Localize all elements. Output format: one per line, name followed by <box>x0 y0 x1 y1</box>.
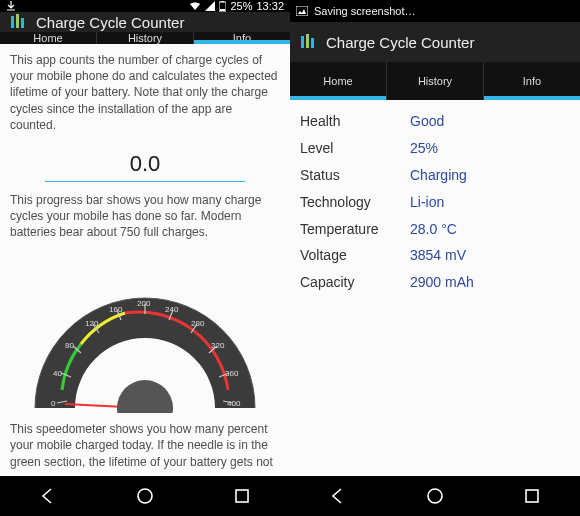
svg-point-30 <box>117 380 173 413</box>
battery-info-table: HealthGood Level25% StatusCharging Techn… <box>300 108 570 296</box>
svg-rect-6 <box>21 18 24 28</box>
tab-home[interactable]: Home <box>0 32 97 44</box>
tab-bar: Home History Info <box>290 62 580 100</box>
svg-rect-35 <box>311 38 314 48</box>
row-level: Level25% <box>300 135 570 162</box>
svg-rect-2 <box>220 9 225 11</box>
svg-rect-31 <box>296 6 308 16</box>
svg-rect-5 <box>16 14 19 28</box>
svg-rect-33 <box>301 36 304 48</box>
tab-info[interactable]: Info <box>484 62 580 100</box>
svg-text:280: 280 <box>191 319 205 328</box>
nav-home-icon[interactable] <box>424 485 446 507</box>
app-bar: Charge Cycle Counter <box>290 22 580 62</box>
tab-home[interactable]: Home <box>290 62 387 100</box>
svg-point-38 <box>428 489 442 503</box>
info-paragraph-2: This progress bar shows you how many cha… <box>10 192 280 241</box>
svg-text:80: 80 <box>65 341 74 350</box>
clock-time: 13:32 <box>256 0 284 12</box>
app-icon <box>8 12 28 32</box>
row-technology: TechnologyLi-ion <box>300 189 570 216</box>
row-voltage: Voltage3854 mV <box>300 242 570 269</box>
wifi-icon <box>189 1 201 11</box>
battery-icon <box>219 1 226 12</box>
status-bar: Saving screenshot… <box>290 0 580 22</box>
screen-info: 25% 13:32 Charge Cycle Counter Home Hist… <box>0 0 290 476</box>
svg-rect-39 <box>526 490 538 502</box>
svg-text:400: 400 <box>227 399 241 408</box>
image-icon <box>296 6 308 16</box>
nav-bar <box>0 476 580 516</box>
gauge-chart: 0 40 80 120 160 200 240 280 320 360 400 <box>10 250 280 413</box>
svg-rect-37 <box>236 490 248 502</box>
svg-text:200: 200 <box>137 299 151 308</box>
svg-point-36 <box>138 489 152 503</box>
app-icon <box>298 32 318 52</box>
battery-percent: 25% <box>230 0 252 12</box>
tab-history[interactable]: History <box>387 62 484 100</box>
svg-text:120: 120 <box>85 319 99 328</box>
tab-info[interactable]: Info <box>194 32 290 44</box>
svg-rect-4 <box>11 16 14 28</box>
svg-text:0: 0 <box>51 399 56 408</box>
cycle-count-value: 0.0 <box>45 143 245 182</box>
nav-home-icon[interactable] <box>134 485 156 507</box>
app-title: Charge Cycle Counter <box>36 14 184 31</box>
info-paragraph-1: This app counts the number of charge cyc… <box>10 52 280 133</box>
row-health: HealthGood <box>300 108 570 135</box>
svg-text:160: 160 <box>109 305 123 314</box>
nav-recent-icon[interactable] <box>231 485 253 507</box>
svg-rect-34 <box>306 34 309 48</box>
download-icon <box>6 1 16 11</box>
nav-back-icon[interactable] <box>37 485 59 507</box>
info-paragraph-3: This speedometer shows you how many perc… <box>10 421 280 470</box>
tab-bar: Home History Info <box>0 32 290 44</box>
app-title: Charge Cycle Counter <box>326 34 474 51</box>
nav-back-icon[interactable] <box>327 485 349 507</box>
screen-home: Saving screenshot… Charge Cycle Counter … <box>290 0 580 476</box>
svg-rect-1 <box>221 1 224 2</box>
app-bar: Charge Cycle Counter <box>0 12 290 32</box>
nav-recent-icon[interactable] <box>521 485 543 507</box>
signal-icon <box>205 1 215 11</box>
row-temperature: Temperature28.0 °C <box>300 216 570 243</box>
row-capacity: Capacity2900 mAh <box>300 269 570 296</box>
saving-screenshot-text: Saving screenshot… <box>314 5 416 17</box>
tab-history[interactable]: History <box>97 32 194 44</box>
row-status: StatusCharging <box>300 162 570 189</box>
status-bar: 25% 13:32 <box>0 0 290 12</box>
